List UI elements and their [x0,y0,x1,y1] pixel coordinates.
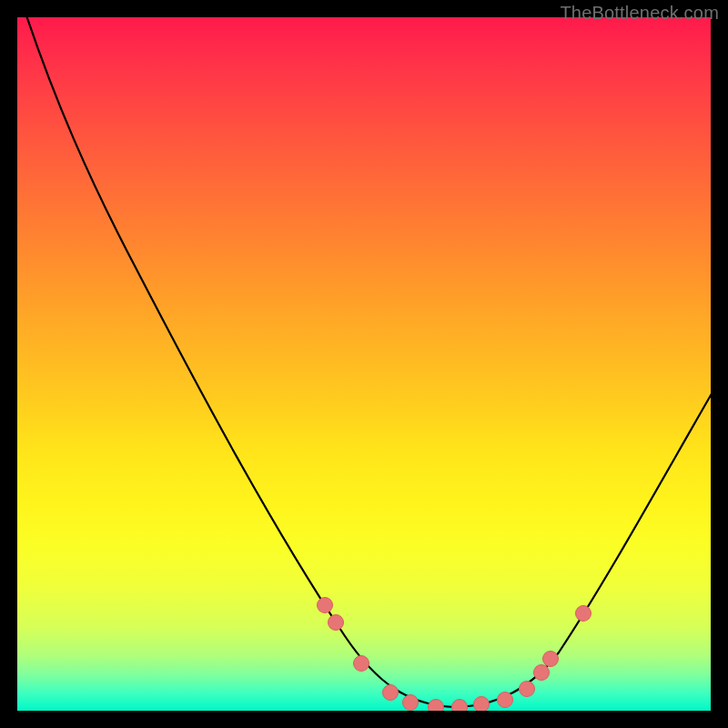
data-point [403,695,419,711]
data-point [520,682,535,697]
data-point [329,615,344,631]
data-point [452,700,468,712]
data-point [543,652,559,667]
bottleneck-curve [21,17,711,707]
chart-frame [14,14,714,714]
data-point [429,700,444,712]
chart-svg [17,17,711,711]
data-point [318,598,333,613]
data-point [534,665,550,681]
plot-area [17,17,711,711]
data-point [383,685,399,701]
data-point [474,697,490,712]
data-point [354,656,369,672]
watermark-label: TheBottleneck.com [560,3,719,24]
data-point [576,606,592,622]
data-point [498,693,513,708]
